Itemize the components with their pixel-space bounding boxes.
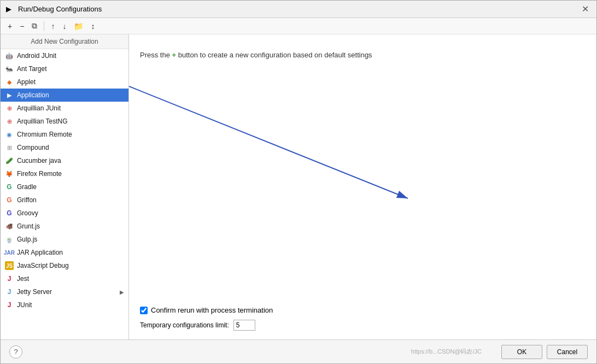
chromium-remote-label: Chromium Remote (17, 131, 72, 138)
jar-application-icon: JAR (5, 248, 14, 257)
ok-button[interactable]: OK (501, 345, 542, 359)
watermark-text: https://b...CSDN@码农/JC (411, 348, 482, 356)
hint-suffix: button to create a new configuration bas… (178, 51, 372, 59)
list-item-ant-target[interactable]: 🐜 Ant Target (1, 62, 128, 75)
android-junit-icon: 🤖 (5, 51, 14, 60)
copy-config-button[interactable]: ⧉ (29, 20, 40, 32)
list-item-cucumber-java[interactable]: 🥒 Cucumber java (1, 154, 128, 167)
javascript-debug-label: JavaScript Debug (17, 262, 69, 269)
application-label: Application (17, 91, 49, 99)
close-button[interactable]: ✕ (580, 5, 591, 14)
chromium-remote-icon: ◉ (5, 130, 14, 139)
dialog-title: Run/Debug Configurations (18, 5, 102, 13)
main-content: Add New Configuration 🤖 Android JUnit 🐜 … (1, 34, 596, 339)
list-item-arquillian-junit[interactable]: ⊕ Arquillian JUnit (1, 102, 128, 115)
move-up-button[interactable]: ↑ (48, 20, 57, 32)
add-config-button[interactable]: + (5, 20, 15, 32)
arrow-annotation (129, 34, 596, 339)
hint-plus: + (172, 51, 177, 59)
footer-buttons: OK Cancel (501, 345, 588, 359)
sort-button[interactable]: ↕ (88, 20, 97, 32)
help-button[interactable]: ? (9, 345, 22, 359)
gradle-label: Gradle (17, 183, 37, 191)
cucumber-java-label: Cucumber java (17, 157, 61, 165)
junit-label: JUnit (17, 301, 32, 309)
config-limit-input[interactable] (233, 320, 255, 331)
confirm-rerun-label: Confirm rerun with process termination (151, 306, 273, 314)
android-junit-label: Android JUnit (17, 52, 56, 60)
right-panel-bottom: Confirm rerun with process termination T… (129, 297, 596, 339)
groovy-icon: G (5, 209, 14, 218)
ant-target-label: Ant Target (17, 65, 46, 73)
toolbar: + − ⧉ ↑ ↓ 📁 ↕ (1, 18, 596, 34)
config-list: 🤖 Android JUnit 🐜 Ant Target ◆ Applet ▶ … (1, 49, 128, 339)
list-item-jest[interactable]: J Jest (1, 272, 128, 285)
hint-prefix: Press the (140, 51, 170, 59)
footer-right-area: https://b...CSDN@码农/JC OK Cancel (411, 345, 588, 359)
list-item-gradle[interactable]: G Gradle (1, 180, 128, 193)
jetty-arrow-icon: ▶ (120, 289, 124, 295)
move-down-button[interactable]: ↓ (60, 20, 69, 32)
ant-target-icon: 🐜 (5, 64, 14, 73)
config-limit-label: Temporary configurations limit: (140, 321, 229, 329)
list-item-android-junit[interactable]: 🤖 Android JUnit (1, 49, 128, 62)
applet-label: Applet (17, 78, 36, 86)
javascript-debug-icon: JS (5, 261, 14, 270)
footer-left: ? (9, 345, 22, 359)
confirm-rerun-checkbox[interactable] (140, 307, 148, 314)
jetty-server-icon: J (5, 287, 14, 296)
dialog-footer: ? https://b...CSDN@码农/JC OK Cancel (1, 339, 596, 363)
list-item-arquillian-testng[interactable]: ⊕ Arquillian TestNG (1, 115, 128, 128)
gruntjs-icon: 🐗 (5, 222, 14, 231)
right-panel: Press the + button to create a new confi… (129, 34, 596, 339)
folder-button[interactable]: 📁 (71, 20, 86, 32)
junit-icon: J (5, 301, 14, 309)
title-bar: ▶ Run/Debug Configurations ✕ (1, 1, 596, 18)
arquillian-testng-icon: ⊕ (5, 117, 14, 126)
arquillian-testng-label: Arquillian TestNG (17, 118, 67, 125)
list-item-groovy[interactable]: G Groovy (1, 207, 128, 220)
run-debug-dialog: ▶ Run/Debug Configurations ✕ + − ⧉ ↑ ↓ 📁… (0, 0, 597, 364)
cucumber-java-icon: 🥒 (5, 156, 14, 165)
list-item-griffon[interactable]: G Griffon (1, 193, 128, 207)
firefox-remote-label: Firefox Remote (17, 170, 62, 178)
compound-label: Compound (17, 144, 49, 151)
list-item-gulpjs[interactable]: 🍵 Gulp.js (1, 233, 128, 246)
jar-application-label: JAR Application (17, 249, 63, 256)
config-limit-row: Temporary configurations limit: (140, 320, 586, 331)
confirm-rerun-row: Confirm rerun with process termination (140, 306, 586, 314)
list-item-gruntjs[interactable]: 🐗 Grunt.js (1, 220, 128, 233)
applet-icon: ◆ (5, 78, 14, 86)
gulpjs-icon: 🍵 (5, 235, 14, 244)
list-item-applet[interactable]: ◆ Applet (1, 75, 128, 89)
dialog-icon: ▶ (6, 5, 15, 14)
list-item-javascript-debug[interactable]: JS JavaScript Debug (1, 259, 128, 272)
add-new-config-header: Add New Configuration (1, 34, 128, 49)
left-panel: Add New Configuration 🤖 Android JUnit 🐜 … (1, 34, 129, 339)
remove-config-button[interactable]: − (17, 20, 27, 32)
hint-text: Press the + button to create a new confi… (140, 51, 586, 59)
gradle-icon: G (5, 183, 14, 191)
jest-icon: J (5, 274, 14, 283)
list-item-application[interactable]: ▶ Application (1, 89, 128, 102)
gruntjs-label: Grunt.js (17, 222, 40, 230)
title-bar-left: ▶ Run/Debug Configurations (6, 5, 102, 14)
toolbar-separator-1 (44, 21, 44, 31)
arquillian-junit-icon: ⊕ (5, 104, 14, 113)
arquillian-junit-label: Arquillian JUnit (17, 104, 61, 112)
griffon-icon: G (5, 196, 14, 204)
gulpjs-label: Gulp.js (17, 236, 37, 243)
jetty-server-label: Jetty Server (17, 288, 52, 296)
cancel-button[interactable]: Cancel (547, 345, 588, 359)
list-item-compound[interactable]: ⊞ Compound (1, 141, 128, 154)
list-item-jar-application[interactable]: JAR JAR Application (1, 246, 128, 259)
application-icon: ▶ (5, 91, 14, 99)
list-item-jetty-server[interactable]: J Jetty Server ▶ (1, 285, 128, 298)
list-item-junit[interactable]: J JUnit (1, 298, 128, 312)
compound-icon: ⊞ (5, 143, 14, 152)
list-item-firefox-remote[interactable]: 🦊 Firefox Remote (1, 167, 128, 180)
list-item-chromium-remote[interactable]: ◉ Chromium Remote (1, 128, 128, 141)
svg-line-1 (129, 86, 408, 198)
jetty-server-left: J Jetty Server (5, 287, 52, 296)
groovy-label: Groovy (17, 209, 38, 217)
